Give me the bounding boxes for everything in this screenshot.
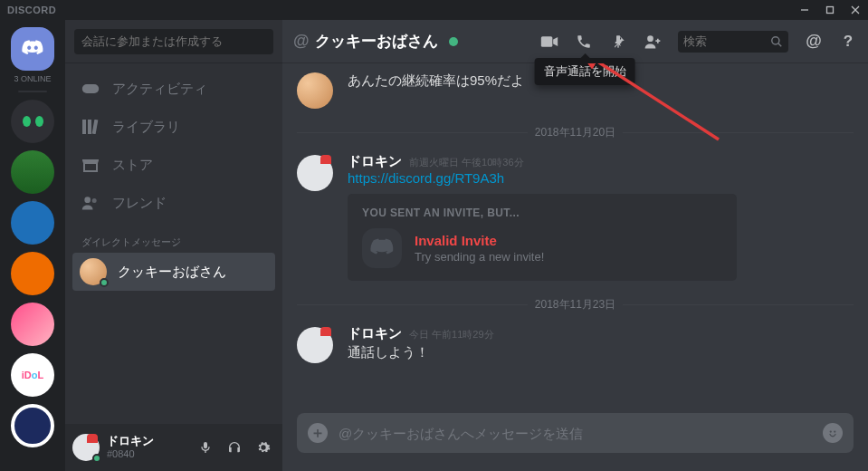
nav-label: アクティビティ <box>112 81 207 98</box>
user-settings-button[interactable] <box>252 436 275 459</box>
quick-switcher <box>65 20 282 63</box>
invite-hint: Try sending a new invite! <box>415 250 544 264</box>
library-icon <box>81 120 100 134</box>
microphone-icon <box>198 440 213 455</box>
message-link[interactable]: https://discord.gg/RT9A3h <box>348 170 504 186</box>
window-close-button[interactable] <box>843 0 868 20</box>
status-online-icon <box>92 454 101 463</box>
svg-rect-11 <box>541 36 553 47</box>
store-icon <box>81 158 100 172</box>
add-friend-button[interactable] <box>644 33 662 51</box>
date-label: 2018年11月23日 <box>535 297 615 312</box>
dm-sidebar: アクティビティ ライブラリ ストア フレンド ダイレクトメッセージ <box>65 20 282 471</box>
mentions-button[interactable]: @ <box>805 33 823 51</box>
svg-rect-1 <box>827 7 834 14</box>
invite-placeholder-icon <box>362 228 402 268</box>
window-controls <box>792 0 868 20</box>
self-username: ドロキン <box>107 435 186 448</box>
svg-point-10 <box>92 198 97 203</box>
server-item[interactable]: iDoL <box>11 353 54 397</box>
dm-item-name: クッキーおばさん <box>118 264 226 281</box>
avatar <box>80 258 107 285</box>
window-minimize-button[interactable] <box>792 0 817 20</box>
video-icon <box>540 35 558 48</box>
deafen-button[interactable] <box>223 436 246 459</box>
nav-store[interactable]: ストア <box>72 147 275 183</box>
at-icon: @ <box>293 32 310 51</box>
start-voice-call-button[interactable]: 音声通話を開始 <box>575 33 593 51</box>
message-timestamp: 今日 午前11時29分 <box>409 328 494 341</box>
friends-icon <box>81 196 100 210</box>
server-item[interactable] <box>11 404 54 447</box>
svg-rect-5 <box>82 120 86 134</box>
status-online-icon <box>449 37 458 46</box>
message: あんたの継続確率は95%だよ <box>282 67 868 116</box>
add-friend-icon <box>644 34 662 49</box>
at-icon: @ <box>806 32 822 51</box>
server-item[interactable] <box>11 201 54 245</box>
svg-point-15 <box>647 35 653 42</box>
dm-section-header: ダイレクトメッセージ <box>65 221 282 253</box>
nav-activity[interactable]: アクティビティ <box>72 71 275 107</box>
help-button[interactable]: ? <box>839 33 857 51</box>
home-button[interactable] <box>11 27 54 71</box>
self-user-info: ドロキン #0840 <box>107 435 186 460</box>
emoji-picker-button[interactable] <box>823 423 843 443</box>
svg-rect-7 <box>92 120 99 134</box>
svg-point-21 <box>834 430 835 432</box>
message-list[interactable]: あんたの継続確率は95%だよ 2018年11月20日 ドロキン 前週火曜日 午後… <box>282 63 868 413</box>
message-input[interactable] <box>339 426 812 441</box>
discord-logo-icon <box>21 37 44 61</box>
plus-icon: ＋ <box>310 424 325 443</box>
avatar <box>297 327 333 363</box>
server-list: 3 ONLINE iDoL <box>0 20 65 471</box>
invite-card: YOU SENT AN INVITE, BUT... Invalid Invit… <box>348 194 737 281</box>
dm-item[interactable]: クッキーおばさん <box>72 253 275 291</box>
server-item[interactable] <box>11 252 54 295</box>
mute-button[interactable] <box>194 436 217 459</box>
title-bar: DISCORD <box>0 0 868 20</box>
chat-header: @ クッキーおばさん 音声通話を開始 @ <box>282 20 868 63</box>
svg-rect-8 <box>84 163 97 171</box>
svg-line-17 <box>778 43 782 46</box>
attach-button[interactable]: ＋ <box>308 423 328 443</box>
quick-switcher-input[interactable] <box>74 29 273 54</box>
nav-label: フレンド <box>112 195 167 212</box>
message-author: ドロキン <box>348 325 402 342</box>
svg-point-9 <box>84 197 91 203</box>
svg-rect-6 <box>88 120 91 134</box>
nav-friends[interactable]: フレンド <box>72 185 275 221</box>
server-item[interactable] <box>11 100 54 143</box>
message-text: あんたの継続確率は95%だよ <box>348 71 854 90</box>
user-panel: ドロキン #0840 <box>65 424 282 471</box>
message: ドロキン 前週火曜日 午後10時36分 https://discord.gg/R… <box>282 149 868 288</box>
svg-point-20 <box>830 430 832 432</box>
help-icon: ? <box>844 33 853 51</box>
chat-input-area: ＋ <box>282 413 868 471</box>
message-text: 通話しよう！ <box>348 342 854 361</box>
avatar <box>297 72 333 109</box>
server-item[interactable] <box>11 150 54 194</box>
search-box[interactable] <box>678 31 788 53</box>
svg-point-16 <box>772 36 779 43</box>
headphones-icon <box>227 440 242 455</box>
window-maximize-button[interactable] <box>817 0 843 20</box>
gear-icon <box>256 440 271 455</box>
chat-title: クッキーおばさん <box>315 31 438 52</box>
svg-rect-4 <box>82 84 99 93</box>
chat-area: @ クッキーおばさん 音声通話を開始 @ <box>282 20 868 471</box>
svg-rect-13 <box>615 42 622 43</box>
invite-status: Invalid Invite <box>415 233 544 248</box>
svg-rect-14 <box>617 43 618 48</box>
self-avatar[interactable] <box>72 434 100 461</box>
server-item[interactable] <box>11 303 54 346</box>
nav-library[interactable]: ライブラリ <box>72 109 275 145</box>
sidebar-nav: アクティビティ ライブラリ ストア フレンド <box>65 63 282 221</box>
start-video-call-button[interactable] <box>540 33 558 51</box>
chat-input[interactable]: ＋ <box>297 413 854 453</box>
self-tag: #0840 <box>107 448 186 460</box>
pinned-messages-button[interactable] <box>609 33 627 51</box>
search-input[interactable] <box>683 34 765 48</box>
invite-card-title: YOU SENT AN INVITE, BUT... <box>362 207 722 219</box>
message-author: ドロキン <box>348 153 402 170</box>
